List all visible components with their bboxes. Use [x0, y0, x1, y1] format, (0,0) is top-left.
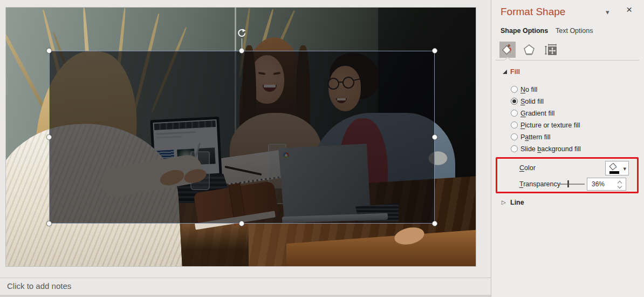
rotation-connector-line — [242, 38, 242, 51]
radio-solid-fill[interactable]: Solid fill — [491, 96, 637, 108]
selection-handle-bottom-left[interactable] — [46, 221, 52, 226]
radio-button[interactable] — [511, 133, 518, 140]
transparency-label: Transparency — [519, 180, 560, 188]
effects-icon[interactable] — [521, 42, 537, 58]
transparency-slider-thumb[interactable] — [567, 180, 569, 187]
notes-placeholder[interactable]: Click to add notes — [7, 281, 71, 291]
line-collapse-triangle-icon[interactable]: ▷ — [502, 199, 506, 205]
radio-slide-background-fill[interactable]: Slide background fill — [491, 144, 637, 156]
pane-menu-chevron-icon[interactable]: ▾ — [606, 8, 609, 16]
selection-handle-bottom-mid[interactable] — [239, 221, 244, 226]
format-shape-pane: Format Shape ▾ × Shape Options Text Opti… — [491, 0, 644, 297]
close-icon[interactable]: × — [626, 4, 632, 16]
selection-handle-mid-left[interactable] — [46, 134, 52, 140]
selection-handle-top-left[interactable] — [46, 48, 52, 53]
radio-gradient-fill[interactable]: Gradient fill — [491, 108, 637, 120]
paint-bucket-icon — [608, 163, 619, 172]
radio-button[interactable] — [511, 110, 518, 117]
fill-expand-triangle-icon[interactable] — [503, 70, 507, 74]
transparency-slider[interactable] — [559, 184, 585, 185]
fill-color-picker-button[interactable]: ▾ — [605, 161, 629, 176]
selection-handle-mid-right[interactable] — [432, 134, 437, 140]
selected-tool-notch — [504, 57, 511, 64]
current-color-swatch — [609, 171, 619, 174]
radio-button[interactable] — [511, 145, 518, 152]
radio-button[interactable] — [511, 86, 518, 93]
radio-button[interactable] — [511, 98, 518, 105]
notes-pane-divider — [0, 278, 491, 278]
color-dropdown-chevron-icon[interactable]: ▾ — [623, 165, 626, 172]
fill-and-line-icon[interactable] — [499, 42, 516, 58]
selection-handle-bottom-right[interactable] — [432, 221, 437, 226]
rotation-handle-icon[interactable] — [237, 28, 246, 38]
tab-text-options[interactable]: Text Options — [556, 27, 593, 35]
selected-rectangle-shape[interactable] — [49, 51, 435, 224]
radio-no-fill[interactable]: No fill — [491, 84, 637, 96]
line-section-header[interactable]: Line — [510, 199, 524, 206]
pane-title: Format Shape — [501, 6, 565, 18]
toolbar-divider — [496, 60, 639, 60]
transparency-value[interactable]: 36% — [592, 180, 605, 188]
transparency-spinbox[interactable]: 36% — [587, 178, 626, 191]
spin-down-icon[interactable] — [618, 184, 622, 188]
color-label: Color — [519, 164, 536, 172]
radio-picture-fill[interactable]: Picture or texture fill — [491, 120, 637, 132]
radio-button[interactable] — [511, 122, 518, 129]
size-and-properties-icon[interactable] — [543, 42, 559, 58]
slide-canvas[interactable] — [5, 7, 476, 267]
radio-pattern-fill[interactable]: Pattern fill — [491, 132, 637, 144]
selection-handle-top-right[interactable] — [432, 48, 437, 53]
fill-section-header[interactable]: Fill — [510, 68, 520, 76]
tab-shape-options[interactable]: Shape Options — [501, 27, 548, 35]
app-window: Click to add notes Format Shape ▾ × Shap… — [0, 0, 644, 297]
